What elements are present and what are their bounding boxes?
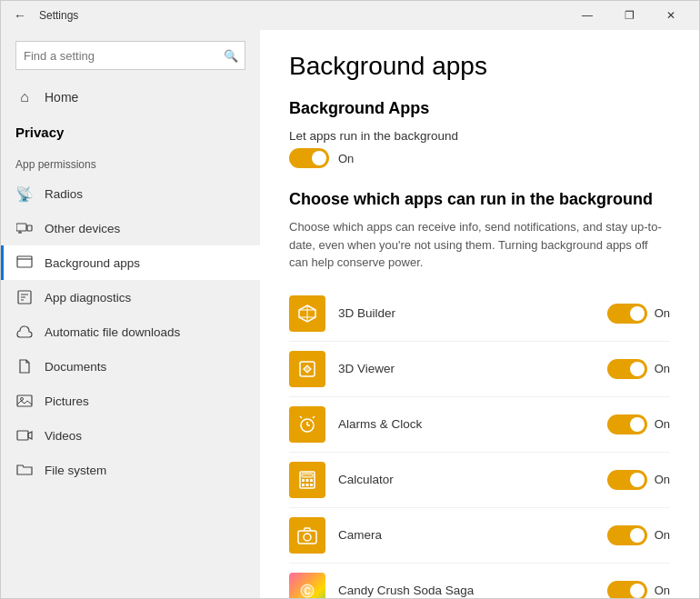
other-devices-icon <box>15 219 34 237</box>
documents-icon <box>15 357 34 375</box>
sidebar-item-automatic-downloads[interactable]: Automatic file downloads <box>1 314 260 349</box>
app-toggle-state-3dbuilder: On <box>655 306 670 320</box>
global-toggle[interactable] <box>289 148 329 168</box>
titlebar-controls: — ❐ ✕ <box>566 1 692 30</box>
app-row-calculator: Calculator On <box>289 453 670 508</box>
app-name-calculator: Calculator <box>338 473 607 486</box>
content: 🔍 ⌂ Home Privacy App permissions 📡 Radio… <box>1 30 699 598</box>
svg-rect-0 <box>16 224 26 231</box>
app-toggle-state-calculator: On <box>655 473 670 486</box>
sidebar-item-other-devices[interactable]: Other devices <box>1 211 260 245</box>
app-name-camera: Camera <box>338 528 607 542</box>
app-toggle-calculator[interactable] <box>607 470 647 490</box>
app-toggle-3dbuilder[interactable] <box>607 304 647 324</box>
app-toggle-candy-crush[interactable] <box>607 581 647 599</box>
maximize-button[interactable]: ❐ <box>608 1 650 30</box>
app-name-3dbuilder: 3D Builder <box>338 306 607 320</box>
sidebar-item-label-documents: Documents <box>45 360 106 374</box>
automatic-downloads-icon <box>15 323 34 341</box>
svg-rect-25 <box>310 479 313 482</box>
app-row-3dbuilder: 3D Builder On <box>289 286 670 342</box>
global-toggle-row: On <box>289 148 670 168</box>
app-icon-3dbuilder <box>289 295 325 332</box>
radios-icon: 📡 <box>15 185 34 203</box>
global-toggle-label: Let apps run in the background <box>289 129 670 143</box>
sidebar-item-documents[interactable]: Documents <box>1 349 260 384</box>
app-permissions-label: App permissions <box>1 144 260 176</box>
app-icon-3dviewer <box>289 351 325 387</box>
close-button[interactable]: ✕ <box>650 1 692 30</box>
svg-rect-27 <box>306 484 309 486</box>
svg-point-30 <box>304 534 311 541</box>
app-toggle-3dviewer[interactable] <box>607 359 647 379</box>
search-input[interactable] <box>15 41 245 70</box>
page-title: Background apps <box>289 52 670 81</box>
sidebar: 🔍 ⌂ Home Privacy App permissions 📡 Radio… <box>1 30 260 598</box>
sidebar-item-radios[interactable]: 📡 Radios <box>1 176 260 211</box>
svg-rect-22 <box>302 474 313 477</box>
background-apps-icon <box>15 254 34 272</box>
settings-window: ← Settings — ❐ ✕ 🔍 ⌂ Home Privacy Ap <box>0 0 700 599</box>
app-toggle-area-candy-crush: On <box>607 581 670 599</box>
sidebar-item-videos[interactable]: Videos <box>1 418 260 453</box>
app-diagnostics-icon <box>15 288 34 306</box>
svg-rect-29 <box>298 531 316 544</box>
home-icon: ⌂ <box>15 88 34 106</box>
privacy-label: Privacy <box>1 114 260 144</box>
app-row-candy-crush: C Candy Crush Soda Saga On <box>289 564 670 599</box>
file-system-icon <box>15 461 34 479</box>
app-icon-candy-crush: C <box>289 573 325 599</box>
app-toggle-area-calculator: On <box>607 470 670 490</box>
minimize-button[interactable]: — <box>566 1 608 30</box>
app-toggle-area-camera: On <box>607 525 670 545</box>
app-row-3dviewer: 3D Viewer On <box>289 342 670 397</box>
app-icon-calculator <box>289 462 325 498</box>
global-toggle-state: On <box>338 152 354 165</box>
videos-icon <box>15 426 34 444</box>
app-name-alarms: Alarms & Clock <box>338 417 607 431</box>
sidebar-item-pictures[interactable]: Pictures <box>1 384 260 418</box>
svg-rect-26 <box>302 484 305 486</box>
sidebar-item-file-system[interactable]: File system <box>1 453 260 487</box>
app-toggle-area-alarms: On <box>607 414 670 434</box>
app-toggle-state-candy-crush: On <box>655 584 670 597</box>
pictures-icon <box>15 392 34 410</box>
app-toggle-state-alarms: On <box>655 417 670 431</box>
sidebar-item-label-pictures: Pictures <box>45 394 89 408</box>
svg-rect-4 <box>17 256 32 267</box>
sidebar-item-label-background-apps: Background apps <box>45 256 140 270</box>
sidebar-item-label-app-diagnostics: App diagnostics <box>45 291 131 304</box>
choose-desc: Choose which apps can receive info, send… <box>289 218 670 272</box>
choose-title: Choose which apps can run in the backgro… <box>289 190 670 209</box>
sidebar-item-home[interactable]: ⌂ Home <box>1 81 260 114</box>
sidebar-item-label-radios: Radios <box>45 187 83 201</box>
main-content: Background apps Background Apps Let apps… <box>260 30 699 598</box>
titlebar: ← Settings — ❐ ✕ <box>1 1 699 30</box>
sidebar-item-app-diagnostics[interactable]: App diagnostics <box>1 280 260 314</box>
home-label: Home <box>45 90 78 105</box>
app-toggle-alarms[interactable] <box>607 414 647 434</box>
search-container: 🔍 <box>15 41 245 70</box>
svg-rect-24 <box>306 479 309 482</box>
app-icon-camera <box>289 517 325 554</box>
app-name-3dviewer: 3D Viewer <box>338 362 607 375</box>
svg-rect-28 <box>310 484 313 486</box>
svg-rect-10 <box>17 395 32 406</box>
search-icon: 🔍 <box>224 49 238 63</box>
svg-rect-23 <box>302 479 305 482</box>
sidebar-item-label-videos: Videos <box>45 429 82 443</box>
svg-rect-1 <box>27 225 32 231</box>
app-toggle-camera[interactable] <box>607 525 647 545</box>
svg-rect-12 <box>17 431 28 440</box>
back-button[interactable]: ← <box>8 6 32 25</box>
app-icon-alarms <box>289 406 325 443</box>
sidebar-item-label-other-devices: Other devices <box>45 222 120 235</box>
titlebar-left: ← Settings <box>8 6 78 25</box>
app-toggle-state-3dviewer: On <box>655 362 670 375</box>
app-toggle-area-3dviewer: On <box>607 359 670 379</box>
sidebar-item-background-apps[interactable]: Background apps <box>1 245 260 280</box>
app-toggle-area-3dbuilder: On <box>607 304 670 324</box>
section-title: Background Apps <box>289 99 670 118</box>
sidebar-item-label-automatic-downloads: Automatic file downloads <box>45 325 180 339</box>
svg-text:C: C <box>304 586 310 596</box>
